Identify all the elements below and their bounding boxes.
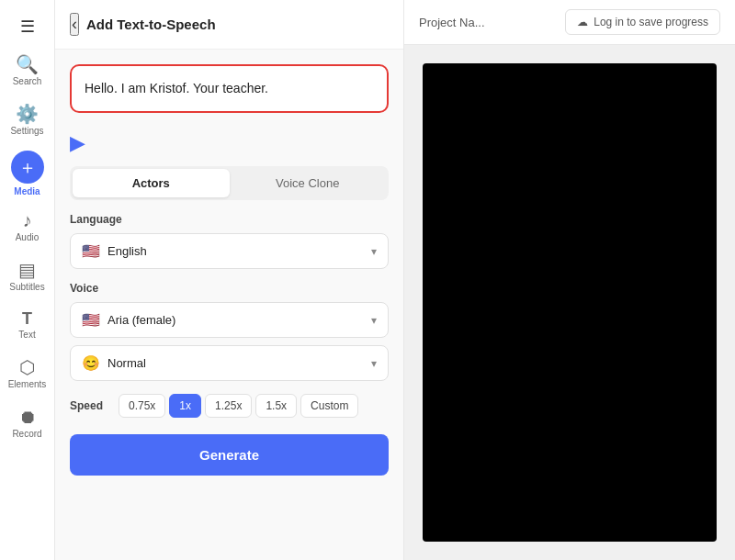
voice-tone-value: Normal — [107, 356, 146, 370]
voice-name-value: Aria (female) — [107, 313, 175, 327]
sidebar-item-record[interactable]: ⏺ Record — [4, 400, 51, 446]
video-canvas — [423, 63, 717, 542]
menu-icon[interactable]: ☰ — [4, 9, 51, 44]
play-icon: ▶ — [70, 131, 85, 154]
sidebar-item-subtitles[interactable]: ▤ Subtitles — [4, 253, 51, 299]
voice-tone-emoji: 😊 — [82, 354, 100, 372]
panel-header: ‹ Add Text-to-Speech — [55, 0, 403, 50]
sidebar-item-media[interactable]: ＋ Media — [11, 151, 44, 196]
tts-panel: ‹ Add Text-to-Speech Hello. I am Kristof… — [55, 0, 404, 560]
sidebar-item-label: Search — [13, 76, 42, 86]
settings-icon: ⚙️ — [16, 105, 39, 123]
text-input-box[interactable]: Hello. I am Kristof. Your teacher. — [70, 64, 389, 113]
play-button[interactable]: ▶ — [70, 133, 85, 153]
language-value: English — [107, 244, 147, 258]
sidebar-item-search[interactable]: 🔍 Search — [4, 48, 51, 94]
back-button[interactable]: ‹ — [70, 13, 79, 36]
sidebar-item-text[interactable]: T Text — [4, 303, 51, 347]
tab-actors[interactable]: Actors — [73, 169, 230, 197]
search-icon: 🔍 — [16, 55, 39, 73]
subtitles-icon: ▤ — [18, 261, 36, 279]
media-circle-icon[interactable]: ＋ — [11, 151, 44, 184]
sidebar-item-elements[interactable]: ⬡ Elements — [4, 351, 51, 397]
record-icon: ⏺ — [18, 408, 37, 426]
sidebar-item-audio[interactable]: ♪ Audio — [4, 204, 51, 250]
speed-1.25x[interactable]: 1.25x — [205, 394, 252, 418]
sidebar-item-label: Audio — [16, 232, 40, 242]
voice-tone-dropdown[interactable]: 😊 Normal ▾ — [70, 345, 389, 381]
voice-section: Voice 🇺🇸 Aria (female) ▾ 😊 Normal ▾ — [70, 282, 389, 381]
panel-body: Hello. I am Kristof. Your teacher. ▶ Act… — [55, 50, 403, 560]
voice-label: Voice — [70, 282, 389, 295]
tts-text-content: Hello. I am Kristof. Your teacher. — [85, 79, 374, 98]
voice-tone-left: 😊 Normal — [82, 354, 146, 372]
language-section: Language 🇺🇸 English ▾ — [70, 213, 389, 269]
voice-flag: 🇺🇸 — [82, 311, 100, 329]
main-topbar: Project Na... ☁ Log in to save progress — [404, 0, 735, 45]
sidebar-item-settings[interactable]: ⚙️ Settings — [4, 97, 51, 143]
voice-name-dropdown[interactable]: 🇺🇸 Aria (female) ▾ — [70, 302, 389, 338]
audio-icon: ♪ — [23, 211, 32, 230]
tab-voice-clone[interactable]: Voice Clone — [230, 169, 387, 197]
chevron-down-icon: ▾ — [371, 357, 377, 370]
sidebar-item-label: Text — [18, 330, 35, 340]
voice-dropdowns: 🇺🇸 Aria (female) ▾ 😊 Normal ▾ — [70, 302, 389, 381]
sidebar-item-label: Settings — [10, 126, 43, 136]
speed-1x[interactable]: 1x — [169, 394, 201, 418]
panel-title: Add Text-to-Speech — [86, 17, 216, 32]
cloud-icon: ☁ — [577, 16, 588, 28]
language-label: Language — [70, 213, 389, 226]
speed-label: Speed — [70, 399, 111, 412]
speed-0.75x[interactable]: 0.75x — [119, 394, 165, 418]
sidebar-item-label: Record — [12, 429, 41, 439]
language-flag: 🇺🇸 — [82, 242, 100, 260]
login-label: Log in to save progress — [594, 16, 708, 28]
sidebar: ☰ 🔍 Search ⚙️ Settings ＋ Media ♪ Audio ▤… — [0, 0, 55, 560]
sidebar-item-label: Media — [14, 186, 40, 196]
language-dropdown[interactable]: 🇺🇸 English ▾ — [70, 233, 389, 269]
play-button-row: ▶ — [70, 126, 389, 153]
speed-1.5x[interactable]: 1.5x — [255, 394, 297, 418]
voice-name-left: 🇺🇸 Aria (female) — [82, 311, 175, 329]
chevron-down-icon: ▾ — [371, 245, 377, 258]
sidebar-item-label: Elements — [8, 379, 47, 389]
sidebar-item-label: Subtitles — [9, 282, 44, 292]
speed-custom[interactable]: Custom — [300, 394, 358, 418]
login-button[interactable]: ☁ Log in to save progress — [565, 9, 720, 35]
project-name: Project Na... — [419, 16, 485, 29]
text-icon: T — [22, 310, 32, 327]
language-dropdown-left: 🇺🇸 English — [82, 242, 147, 260]
main-content: Project Na... ☁ Log in to save progress — [404, 0, 735, 560]
speed-options: 0.75x 1x 1.25x 1.5x Custom — [119, 394, 358, 418]
plus-icon: ＋ — [18, 155, 37, 180]
chevron-down-icon: ▾ — [371, 314, 377, 327]
generate-button[interactable]: Generate — [70, 434, 389, 476]
elements-icon: ⬡ — [19, 358, 35, 376]
voice-tabs: Actors Voice Clone — [70, 166, 389, 200]
speed-section: Speed 0.75x 1x 1.25x 1.5x Custom — [70, 394, 389, 418]
